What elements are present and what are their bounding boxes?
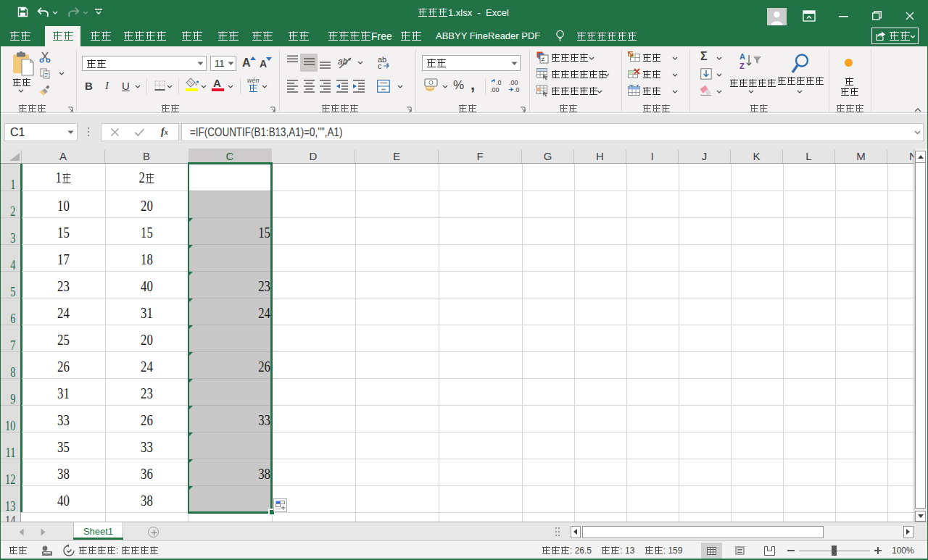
svg-text:≠: ≠ [542,56,545,63]
svg-text:Z: Z [740,62,745,70]
svg-text:.00: .00 [490,86,500,93]
svg-text:c: c [378,62,382,70]
svg-text:.0: .0 [514,86,520,93]
svg-text:.0: .0 [496,79,502,86]
svg-text:A: A [740,52,745,61]
svg-text:.00: .00 [509,79,518,86]
